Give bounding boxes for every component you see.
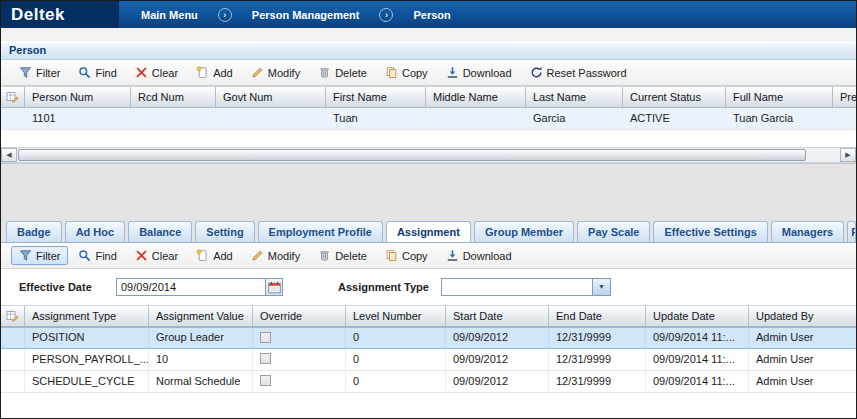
tab-partial[interactable]: P <box>847 221 856 242</box>
filter-button[interactable]: Filter <box>11 63 68 82</box>
clear-label: Clear <box>152 250 178 262</box>
calendar-picker-button[interactable] <box>265 278 283 296</box>
column-header-current-status[interactable]: Current Status <box>623 87 726 107</box>
tab-pay-scale[interactable]: Pay Scale <box>577 221 650 242</box>
grid-empty-area <box>1 130 856 147</box>
column-header-person-num[interactable]: Person Num <box>25 87 131 107</box>
copy-label: Copy <box>402 250 428 262</box>
assignment-toolbar: Filter Find Clear Add Modify Delete Copy <box>1 243 856 269</box>
assignment-table-row[interactable]: SCHEDULE_CYCLE Normal Schedule 0 09/09/2… <box>1 371 856 393</box>
effective-date-control <box>116 278 283 296</box>
effective-date-label: Effective Date <box>19 281 116 293</box>
row-selector-header[interactable] <box>1 306 25 326</box>
column-header-end-date[interactable]: End Date <box>549 306 646 326</box>
row-selector-cell[interactable] <box>1 328 25 348</box>
row-selector-cell[interactable] <box>1 108 25 129</box>
cell-assignment-value: Normal Schedule <box>149 371 253 392</box>
tab-assignment[interactable]: Assignment <box>386 221 471 243</box>
cell-override <box>253 328 346 348</box>
modify-button[interactable]: Modify <box>243 63 308 82</box>
column-header-first-name[interactable]: First Name <box>326 87 426 107</box>
scrollbar-thumb[interactable] <box>18 149 806 161</box>
download-button[interactable]: Download <box>438 63 520 82</box>
chevron-down-icon[interactable]: ▼ <box>592 279 610 295</box>
column-header-full-name[interactable]: Full Name <box>726 87 833 107</box>
reset-password-button[interactable]: Reset Password <box>522 63 635 82</box>
tab-group-member[interactable]: Group Member <box>474 221 574 242</box>
column-header-rcd-num[interactable]: Rcd Num <box>131 87 216 107</box>
cell-start-date: 09/09/2012 <box>446 349 549 370</box>
download-label: Download <box>463 250 512 262</box>
top-spacer <box>1 28 856 41</box>
menu-item-main-menu[interactable]: Main Menu <box>141 9 198 21</box>
delete-icon <box>318 249 331 262</box>
assignment-type-label: Assignment Type <box>338 281 431 293</box>
assignment-type-dropdown[interactable]: ▼ <box>441 278 611 296</box>
column-header-govt-num[interactable]: Govt Num <box>216 87 326 107</box>
cell-end-date: 12/31/9999 <box>549 371 646 392</box>
copy-button[interactable]: Copy <box>377 246 436 265</box>
add-label: Add <box>213 67 233 79</box>
person-table-row[interactable]: 1101 Tuan Garcia ACTIVE Tuan Garcia <box>1 108 856 130</box>
reset-password-label: Reset Password <box>547 67 627 79</box>
add-button[interactable]: Add <box>188 246 241 265</box>
cell-updated-by: Admin User <box>749 349 856 370</box>
delete-button[interactable]: Delete <box>310 63 375 82</box>
override-checkbox[interactable] <box>260 332 271 343</box>
clear-button[interactable]: Clear <box>127 63 186 82</box>
tab-setting[interactable]: Setting <box>195 221 254 242</box>
cell-first-name: Tuan <box>326 108 426 129</box>
override-checkbox[interactable] <box>260 353 271 364</box>
cell-assignment-type: SCHEDULE_CYCLE <box>25 371 149 392</box>
column-header-start-date[interactable]: Start Date <box>446 306 549 326</box>
effective-date-input[interactable] <box>116 278 265 296</box>
column-header-preferred[interactable]: Prefe <box>833 87 856 107</box>
column-header-override[interactable]: Override <box>253 306 346 326</box>
tab-employment-profile[interactable]: Employment Profile <box>258 221 383 242</box>
add-button[interactable]: Add <box>188 63 241 82</box>
cell-override <box>253 371 346 392</box>
clear-button[interactable]: Clear <box>127 246 186 265</box>
column-header-update-date[interactable]: Update Date <box>646 306 749 326</box>
cell-last-name: Garcia <box>526 108 623 129</box>
assignment-table-row[interactable]: POSITION Group Leader 0 09/09/2012 12/31… <box>1 327 856 349</box>
tab-ad-hoc[interactable]: Ad Hoc <box>65 221 126 242</box>
scroll-right-button[interactable]: ▶ <box>840 148 856 162</box>
find-button[interactable]: Find <box>70 63 124 82</box>
clear-icon <box>135 249 148 262</box>
download-button[interactable]: Download <box>438 246 520 265</box>
column-header-assignment-value[interactable]: Assignment Value <box>149 306 253 326</box>
cell-govt-num <box>216 108 326 129</box>
scroll-left-button[interactable]: ◀ <box>1 148 17 162</box>
row-selector-cell[interactable] <box>1 371 25 392</box>
cell-level-number: 0 <box>346 371 446 392</box>
tab-balance[interactable]: Balance <box>128 221 192 242</box>
reset-password-icon <box>530 66 543 79</box>
tab-managers[interactable]: Managers <box>771 221 844 242</box>
assignment-table-row[interactable]: PERSON_PAYROLL_... 10 0 09/09/2012 12/31… <box>1 349 856 371</box>
deltek-logo: Deltek <box>11 5 65 25</box>
cell-full-name: Tuan Garcia <box>726 108 833 129</box>
delete-button[interactable]: Delete <box>310 246 375 265</box>
copy-button[interactable]: Copy <box>377 63 436 82</box>
column-header-updated-by[interactable]: Updated By <box>749 306 856 326</box>
add-icon <box>196 66 209 79</box>
menu-item-person[interactable]: Person <box>413 9 450 21</box>
column-header-middle-name[interactable]: Middle Name <box>426 87 526 107</box>
horizontal-scrollbar[interactable]: ◀ ▶ <box>1 147 856 163</box>
nav-arrow-icon: › <box>218 8 232 22</box>
tab-badge[interactable]: Badge <box>6 221 62 242</box>
column-header-last-name[interactable]: Last Name <box>526 87 623 107</box>
find-button[interactable]: Find <box>70 246 124 265</box>
override-checkbox[interactable] <box>260 375 271 386</box>
column-header-assignment-type[interactable]: Assignment Type <box>25 306 149 326</box>
row-selector-header[interactable] <box>1 87 25 107</box>
menu-item-person-management[interactable]: Person Management <box>252 9 360 21</box>
filter-button[interactable]: Filter <box>11 246 68 265</box>
cell-update-date: 09/09/2014 11:... <box>646 328 749 348</box>
copy-label: Copy <box>402 67 428 79</box>
modify-button[interactable]: Modify <box>243 246 308 265</box>
row-selector-cell[interactable] <box>1 349 25 370</box>
tab-effective-settings[interactable]: Effective Settings <box>653 221 767 242</box>
column-header-level-number[interactable]: Level Number <box>346 306 446 326</box>
